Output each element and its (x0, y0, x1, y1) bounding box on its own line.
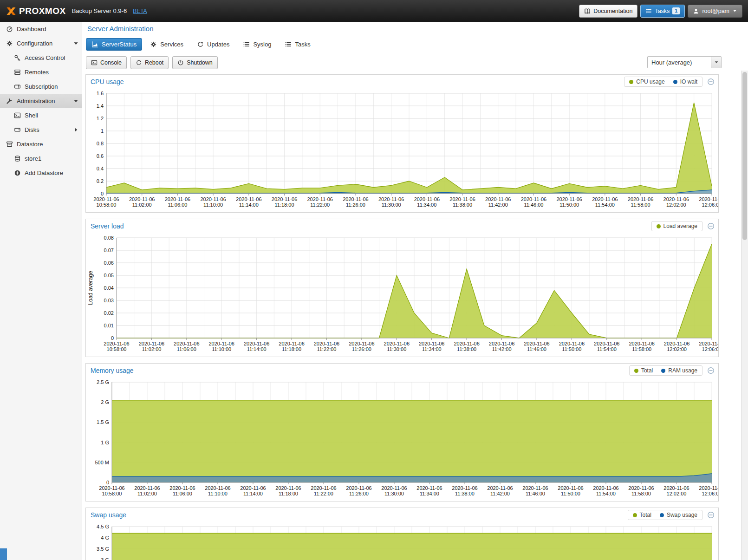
chevron-down-icon (732, 8, 737, 13)
svg-text:1: 1 (101, 128, 104, 134)
shutdown-label: Shutdown (187, 59, 213, 66)
svg-text:11:34:00: 11:34:00 (420, 491, 439, 496)
sidebar-item-label: Shell (25, 112, 38, 119)
chart-legend: Total RAM usage (629, 365, 702, 376)
svg-text:2020-11-06: 2020-11-06 (279, 341, 304, 346)
console-button[interactable]: Console (86, 56, 127, 69)
time-period-select[interactable]: Hour (average) (647, 56, 722, 68)
collapse-panel-icon[interactable] (707, 511, 715, 519)
panel-title: Swap usage (91, 511, 623, 519)
svg-text:11:22:00: 11:22:00 (317, 346, 336, 352)
user-menu-button[interactable]: root@pam (688, 5, 742, 18)
terminal-icon (14, 112, 21, 119)
svg-text:2.5 G: 2.5 G (97, 379, 109, 385)
svg-text:10:58:00: 10:58:00 (107, 346, 127, 352)
gear-icon (150, 41, 157, 48)
svg-text:2020-11-06: 2020-11-06 (99, 485, 124, 491)
svg-text:12:06:00: 12:06:00 (702, 491, 718, 496)
collapse-panel-icon[interactable] (707, 222, 715, 230)
svg-text:11:22:00: 11:22:00 (310, 202, 330, 208)
panel-title: CPU usage (91, 78, 619, 85)
legend-item-swap-usage: Swap usage (660, 512, 697, 518)
swap-usage-chart: 0500 M1 G1.5 G2 G2.5 G3 G3.5 G4 G4.5 G20… (86, 522, 718, 560)
sidebar-item-configuration[interactable]: Configuration (0, 36, 82, 51)
svg-text:11:10:00: 11:10:00 (203, 202, 223, 208)
sidebar-item-disks[interactable]: Disks (0, 123, 82, 137)
tab-label: ServerStatus (102, 41, 137, 48)
vertical-scrollbar[interactable] (741, 71, 748, 560)
svg-text:2020-11-06: 2020-11-06 (629, 341, 654, 346)
sidebar-item-dashboard[interactable]: Dashboard (0, 22, 82, 36)
legend-item-load-average: Load average (657, 223, 697, 229)
svg-text:2020-11-06: 2020-11-06 (378, 196, 404, 202)
svg-text:2020-11-06: 2020-11-06 (592, 196, 618, 202)
sidebar-item-remotes[interactable]: Remotes (0, 65, 82, 79)
tab-serverstatus[interactable]: ServerStatus (86, 38, 142, 51)
svg-text:Load average: Load average (87, 271, 94, 305)
legend-label: Total (640, 512, 651, 518)
svg-text:11:46:00: 11:46:00 (527, 346, 546, 352)
svg-text:11:54:00: 11:54:00 (597, 346, 617, 352)
svg-text:2020-11-06: 2020-11-06 (200, 196, 226, 202)
splitter-collapse-button[interactable] (0, 548, 7, 560)
svg-text:12:02:00: 12:02:00 (667, 346, 687, 352)
svg-text:2020-11-06: 2020-11-06 (236, 196, 261, 202)
shutdown-button[interactable]: Shutdown (172, 56, 218, 69)
sidebar-item-administration[interactable]: Administration (0, 94, 82, 108)
legend-item-total: Total (633, 512, 651, 518)
tab-services[interactable]: Services (144, 38, 189, 51)
cpu-usage-panel: CPU usage CPU usage IO wait 00.20.40.60. (85, 74, 719, 213)
tab-syslog[interactable]: Syslog (237, 38, 277, 51)
main-content: Server Administration ServerStatus Servi… (82, 22, 748, 560)
svg-text:2 G: 2 G (101, 399, 109, 405)
svg-text:11:06:00: 11:06:00 (177, 346, 196, 352)
svg-text:2020-11-06: 2020-11-06 (663, 196, 689, 202)
tab-label: Tasks (295, 41, 310, 48)
chevron-down-icon (714, 59, 719, 65)
tab-label: Services (160, 41, 183, 48)
documentation-button[interactable]: Documentation (579, 5, 637, 18)
svg-text:2020-11-06: 2020-11-06 (272, 196, 297, 202)
top-header-bar: PROXMOX Backup Server 0.9-6 BETA Documen… (0, 0, 748, 22)
tab-label: Updates (207, 41, 229, 48)
collapse-panel-icon[interactable] (707, 78, 715, 85)
svg-text:11:58:00: 11:58:00 (631, 202, 650, 208)
tasks-list-icon (645, 8, 652, 14)
tab-tasks[interactable]: Tasks (279, 38, 316, 51)
beta-link[interactable]: BETA (133, 8, 147, 14)
tasks-count-badge: 1 (672, 7, 680, 14)
reboot-button[interactable]: Reboot (130, 56, 169, 69)
legend-dot-blue (673, 80, 677, 84)
collapse-panel-icon[interactable] (707, 367, 715, 374)
svg-text:11:38:00: 11:38:00 (455, 491, 475, 496)
svg-text:2020-11-06: 2020-11-06 (419, 341, 444, 346)
chevron-down-icon[interactable] (72, 98, 79, 104)
sidebar-item-datastore[interactable]: Datastore (0, 137, 82, 151)
svg-text:11:50:00: 11:50:00 (562, 346, 581, 352)
sidebar-item-label: Subscription (25, 83, 58, 90)
svg-text:11:58:00: 11:58:00 (631, 491, 651, 496)
sidebar-item-store1[interactable]: store1 (0, 151, 82, 166)
sidebar-item-add-datastore[interactable]: Add Datastore (0, 166, 82, 180)
combo-trigger-button[interactable] (711, 57, 721, 68)
tab-updates[interactable]: Updates (191, 38, 235, 51)
sidebar-item-label: Remotes (25, 69, 49, 76)
chevron-down-icon[interactable] (72, 40, 79, 47)
svg-text:1.6: 1.6 (97, 91, 104, 96)
sidebar-item-access-control[interactable]: Access Control (0, 51, 82, 65)
svg-text:10:58:00: 10:58:00 (102, 491, 122, 496)
sidebar-item-subscription[interactable]: Subscription (0, 79, 82, 94)
svg-text:2020-11-06: 2020-11-06 (521, 196, 546, 202)
svg-text:2020-11-06: 2020-11-06 (454, 341, 479, 346)
svg-text:2020-11-06: 2020-11-06 (314, 341, 339, 346)
refresh-icon (136, 59, 142, 66)
legend-dot-green (634, 369, 638, 373)
scrollbar-thumb[interactable] (742, 72, 747, 240)
svg-text:2020-11-06: 2020-11-06 (628, 485, 654, 491)
tasks-button[interactable]: Tasks 1 (640, 5, 685, 18)
svg-text:2020-11-06: 2020-11-06 (414, 196, 440, 202)
svg-text:0.04: 0.04 (104, 285, 114, 291)
sidebar-item-shell[interactable]: Shell (0, 108, 82, 123)
chevron-right-icon[interactable] (72, 126, 79, 133)
wrench-icon (6, 98, 13, 104)
